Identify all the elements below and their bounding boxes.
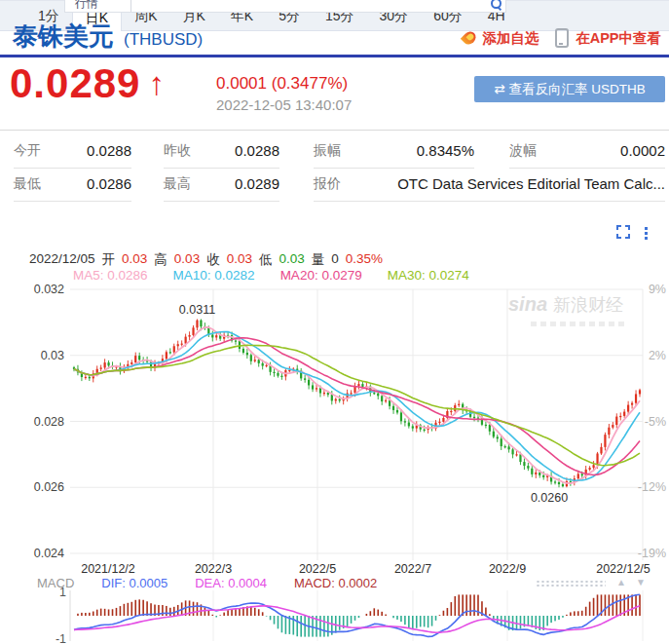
x-axis-label: 2022/3: [174, 562, 252, 576]
high-value: 0.03: [174, 251, 200, 269]
svg-text:-1: -1: [56, 632, 66, 644]
high-label: 高: [154, 251, 167, 269]
ma5-legend: MA5: 0.0286: [73, 268, 148, 283]
ma20-legend: MA20: 0.0279: [280, 268, 362, 283]
quote-label: 波幅: [509, 142, 537, 160]
quote-cell-range: 波幅 0.0002: [509, 142, 665, 169]
price-number: 0.0289: [10, 60, 140, 107]
svg-text:0.032: 0.032: [34, 284, 64, 296]
quote-cell-amplitude: 振幅 0.8345%: [314, 142, 474, 169]
quote-cell-source: 报价 OTC Data Services Editorial Team Calc…: [314, 175, 665, 202]
open-value: 0.03: [122, 251, 147, 269]
quote-cell-low: 最低 0.0286: [14, 175, 131, 202]
price-change: 0.0001 (0.3477%): [216, 74, 348, 94]
low-label: 低: [259, 251, 273, 269]
macd-chart[interactable]: 1-1: [0, 583, 669, 644]
svg-text:1: 1: [59, 586, 66, 599]
svg-text:0.03: 0.03: [41, 349, 64, 362]
open-label: 开: [102, 251, 116, 269]
ohlc-date: 2022/12/05: [29, 251, 95, 269]
x-axis-label: 2022/5: [279, 562, 356, 576]
fullscreen-icon[interactable]: [616, 225, 630, 239]
divider: [0, 130, 669, 131]
quote-value: 0.0288: [87, 142, 131, 159]
quote-value: 0.0288: [235, 142, 279, 159]
quote-value: 0.0286: [87, 175, 131, 192]
search-icon[interactable]: [491, 0, 502, 9]
svg-text:-12%: -12%: [638, 480, 666, 494]
current-price: 0.0289 ↑: [10, 60, 166, 107]
x-axis-label: 2021/12/2: [69, 562, 147, 576]
flame-icon: [461, 29, 478, 47]
quote-value: 0.0002: [620, 142, 665, 159]
ohlc-info-bar: 2022/12/05 开 0.03 高 0.03 收 0.03 低 0.03 量…: [29, 251, 383, 269]
ma-legend: MA5: 0.0286 MA10: 0.0282 MA20: 0.0279 MA…: [73, 268, 469, 283]
svg-text:2%: 2%: [649, 349, 666, 362]
quote-value: OTC Data Services Editorial Team Calc...: [397, 175, 665, 192]
percent-change: 0.35%: [346, 251, 383, 269]
header: 泰铢美元 (THBUSD): [13, 19, 203, 54]
svg-text:0.0260: 0.0260: [531, 491, 568, 505]
close-value: 0.03: [227, 251, 252, 269]
quote-cell-prev-close: 昨收 0.0288: [164, 142, 279, 169]
quote-value: 0.0289: [235, 175, 279, 192]
svg-text:0.024: 0.024: [34, 547, 64, 560]
quote-timestamp: 2022-12-05 13:40:07: [216, 96, 352, 113]
view-reverse-rate-button[interactable]: ⇄ 查看反向汇率 USDTHB: [474, 76, 665, 102]
volume-value: 0: [331, 251, 339, 269]
x-axis-label: 2022/12/5: [584, 562, 662, 576]
candlestick-chart[interactable]: 0.0320.030.0280.0260.0249%2%-5%-12%-19%0…: [0, 284, 669, 564]
x-axis-label: 2022/7: [374, 562, 452, 576]
quote-page: 行情 泰铢美元 (THBUSD) 添加自选 在APP中查看 0.0289 ↑ 0…: [0, 0, 669, 644]
quote-label: 报价: [314, 175, 341, 193]
quote-value: 0.8345%: [417, 142, 474, 159]
svg-text:9%: 9%: [649, 284, 666, 296]
search-category-dropdown[interactable]: 行情: [75, 0, 98, 12]
quote-label: 最高: [164, 175, 191, 193]
search-divider: [130, 0, 131, 12]
search-bar[interactable]: 行情: [64, 0, 506, 13]
quote-label: 振幅: [314, 142, 341, 160]
header-actions: 添加自选 在APP中查看: [464, 28, 661, 48]
svg-text:-19%: -19%: [638, 547, 666, 560]
ma30-legend: MA30: 0.0274: [388, 268, 469, 283]
view-in-app-link[interactable]: 在APP中查看: [576, 29, 661, 48]
more-options-icon[interactable]: [645, 227, 648, 230]
ma10-legend: MA10: 0.0282: [173, 268, 255, 283]
svg-text:0.026: 0.026: [34, 480, 64, 494]
svg-text:0.028: 0.028: [34, 415, 64, 429]
phone-icon: [555, 28, 569, 48]
svg-text:-5%: -5%: [645, 415, 666, 429]
quote-label: 昨收: [164, 142, 191, 160]
up-arrow-icon: ↑: [148, 65, 166, 102]
volume-label: 量: [312, 251, 325, 269]
symbol-code: (THBUSD): [124, 30, 203, 50]
quote-label: 今开: [14, 142, 41, 160]
add-watchlist-button[interactable]: 添加自选: [482, 29, 539, 48]
quote-cell-high: 最高 0.0289: [164, 175, 279, 202]
close-label: 收: [206, 251, 220, 269]
quote-cell-open: 今开 0.0288: [14, 142, 131, 169]
page-title: 泰铢美元: [13, 19, 114, 54]
svg-text:0.0311: 0.0311: [179, 303, 215, 317]
quote-label: 最低: [14, 175, 41, 193]
x-axis-label: 2022/9: [468, 562, 546, 576]
header-rule: [0, 55, 669, 57]
low-value: 0.03: [279, 251, 304, 269]
